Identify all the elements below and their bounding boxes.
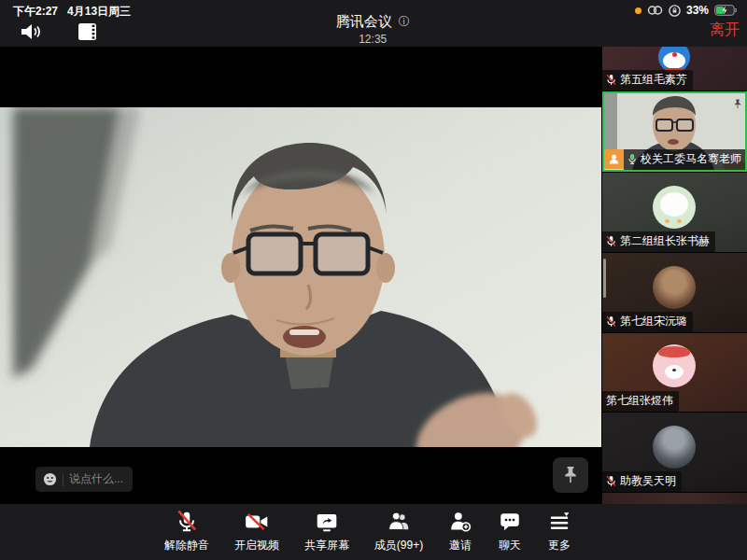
active-speaker-video	[0, 107, 601, 447]
members-icon	[387, 509, 411, 535]
battery-charging-icon	[714, 5, 738, 16]
status-right: 33%	[635, 4, 738, 17]
avatar-sheep-cartoon	[653, 186, 696, 229]
participant-name: 第七组宋沅璐	[620, 314, 687, 329]
share-screen-icon	[315, 509, 339, 535]
host-badge-icon	[604, 149, 624, 169]
leave-meeting-button[interactable]: 离开	[710, 21, 740, 40]
personal-hotspot-icon	[647, 5, 663, 16]
chat-button[interactable]: 聊天	[498, 509, 522, 553]
participant-label: 第七组张煜伟	[602, 391, 679, 412]
participant-label: 校关工委马名骞老师	[624, 149, 747, 170]
participant-label: 第五组毛素芳	[602, 70, 693, 91]
rotation-lock-icon	[669, 5, 681, 17]
mic-muted-icon	[606, 74, 616, 86]
toolbar-button-label: 更多	[548, 538, 571, 553]
invite-icon	[448, 509, 472, 535]
participant-tile-1-self[interactable]: 校关工委马名骞老师	[602, 91, 747, 172]
participant-tile-5[interactable]: 助教吴天明	[602, 413, 747, 492]
participant-name: 第七组张煜伟	[606, 393, 673, 409]
participant-tile-2[interactable]: 第二组组长张书赫	[602, 173, 747, 252]
clock-time: 下午2:27	[13, 4, 58, 20]
participant-label-row: 校关工委马名骞老师	[604, 149, 747, 170]
participant-label: 第七组宋沅璐	[602, 312, 693, 332]
toolbar-button-label: 共享屏幕	[304, 538, 349, 553]
main-video-stage[interactable]: 说点什么...	[0, 47, 601, 504]
emoji-icon[interactable]	[43, 472, 57, 486]
participant-tile-4[interactable]: 第七组张煜伟	[602, 333, 747, 412]
chat-input-placeholder: 说点什么...	[69, 471, 123, 487]
chat-icon	[498, 509, 522, 535]
meeting-info-icon[interactable]: ⓘ	[399, 14, 410, 30]
chat-input[interactable]: 说点什么...	[35, 467, 133, 492]
more-button[interactable]: 更多	[547, 509, 571, 553]
toolbar-button-label: 聊天	[499, 538, 521, 553]
toolbar-button-label: 邀请	[449, 538, 472, 553]
meeting-duration: 12:35	[336, 33, 410, 46]
participant-tile-0[interactable]: 第五组毛素芳	[602, 47, 747, 91]
participant-tile-6-partial[interactable]	[602, 493, 747, 504]
avatar-man-photo	[653, 426, 696, 469]
speaker-video-art	[0, 107, 601, 447]
bottom-toolbar: 解除静音 开启视频	[0, 504, 747, 560]
top-bar: 下午2:27 4月13日周三 33%	[0, 0, 747, 47]
avatar-child-photo	[653, 266, 696, 309]
participant-name: 校关工委马名骞老师	[641, 151, 741, 167]
more-icon	[547, 509, 571, 535]
participant-name: 助教吴天明	[620, 473, 676, 489]
sidebar-scrollbar[interactable]	[603, 259, 606, 298]
film-roll-icon	[77, 22, 101, 41]
mic-muted-icon	[175, 509, 199, 535]
speaker-route-button[interactable]	[19, 21, 43, 45]
pin-icon	[562, 466, 579, 484]
avatar-pink-fox-cartoon	[653, 344, 696, 387]
tencent-meeting-app: 下午2:27 4月13日周三 33%	[0, 0, 747, 560]
meeting-title-block: 腾讯会议 ⓘ 12:35	[336, 13, 410, 46]
avatar-doraemon	[658, 47, 690, 73]
participant-label: 助教吴天明	[602, 471, 682, 492]
share-screen-button[interactable]: 共享屏幕	[304, 509, 349, 553]
members-button[interactable]: 成员(99+)	[374, 509, 423, 553]
toolbar-button-label: 解除静音	[164, 538, 209, 553]
unmute-button[interactable]: 解除静音	[164, 509, 209, 553]
toolbar-button-label: 开启视频	[234, 538, 279, 553]
toolbar-button-label: 成员(99+)	[374, 538, 423, 553]
mic-in-use-indicator-icon	[635, 7, 641, 14]
speaker-icon	[19, 21, 43, 42]
invite-button[interactable]: 邀请	[448, 509, 472, 553]
mic-muted-icon	[606, 315, 616, 328]
participant-tile-3[interactable]: 第七组宋沅璐	[602, 253, 747, 332]
start-video-button[interactable]: 开启视频	[234, 509, 279, 553]
pinned-indicator-icon	[733, 96, 742, 113]
camera-view-button[interactable]	[77, 22, 101, 44]
battery-percent: 33%	[686, 4, 709, 17]
participant-name: 第二组组长张书赫	[620, 233, 710, 249]
mic-muted-icon	[606, 235, 616, 247]
pin-video-button[interactable]	[553, 457, 588, 493]
participant-name: 第五组毛素芳	[620, 72, 687, 88]
mic-speaking-icon	[627, 153, 637, 165]
mic-muted-icon	[606, 475, 616, 487]
clock-date: 4月13日周三	[67, 4, 131, 20]
participant-label: 第二组组长张书赫	[602, 231, 715, 252]
app-title: 腾讯会议	[336, 13, 392, 31]
camera-muted-icon	[244, 509, 270, 535]
chat-input-divider	[63, 473, 63, 486]
status-left: 下午2:27 4月13日周三	[13, 4, 131, 20]
